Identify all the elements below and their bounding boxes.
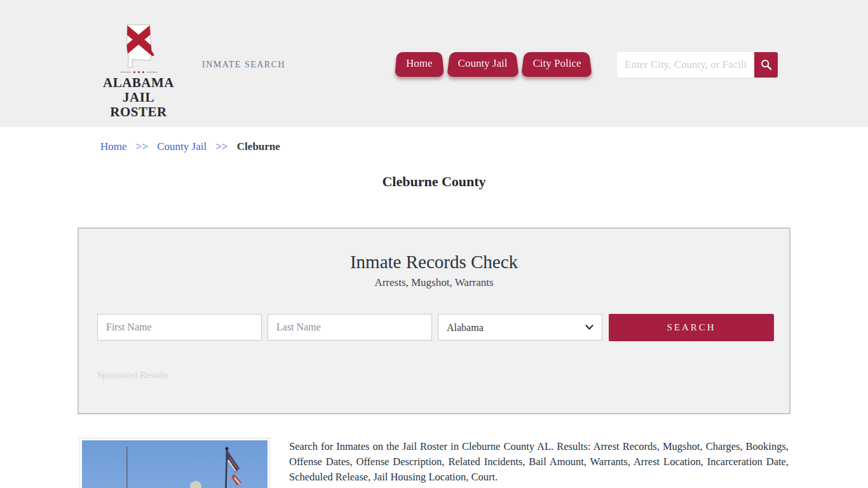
page: ALABAMA JAIL ROSTER INMATE SEARCH Home C…	[0, 0, 868, 488]
nav-county-jail-button[interactable]: County Jail	[447, 50, 519, 77]
nav-home-label: Home	[406, 57, 433, 69]
header-search-button[interactable]	[754, 52, 778, 78]
search-button[interactable]: SEARCH	[609, 314, 774, 341]
alabama-state-icon	[121, 24, 156, 70]
header-search	[617, 52, 778, 78]
state-select[interactable]: Alabama	[438, 314, 602, 341]
flag-sky-photo	[82, 440, 268, 488]
page-title: Cleburne County	[0, 173, 868, 190]
county-photo	[79, 438, 270, 488]
inmate-search-form: Alabama SEARCH	[97, 314, 774, 341]
breadcrumb-county-jail-link[interactable]: County Jail	[157, 140, 207, 152]
site-header: ALABAMA JAIL ROSTER INMATE SEARCH Home C…	[0, 0, 868, 127]
inmate-records-box: Inmate Records Check Arrests, Mugshot, W…	[78, 227, 790, 414]
breadcrumb-home-link[interactable]: Home	[100, 140, 127, 152]
site-tagline: INMATE SEARCH	[202, 60, 285, 70]
first-name-input[interactable]	[97, 314, 262, 341]
logo-text-line1: ALABAMA	[95, 76, 182, 90]
main-nav: Home County Jail City Police	[395, 50, 593, 77]
last-name-input[interactable]	[268, 314, 432, 341]
breadcrumb: Home >> County Jail >> Cleburne	[100, 140, 280, 153]
nav-home-button[interactable]: Home	[395, 50, 444, 77]
logo-divider	[95, 71, 182, 73]
records-box-subtitle: Arrests, Mugshot, Warrants	[79, 276, 789, 289]
facility-search-input[interactable]	[617, 52, 754, 78]
breadcrumb-separator: >>	[136, 140, 148, 152]
search-icon	[760, 58, 773, 71]
nav-city-police-label: City Police	[532, 57, 581, 69]
sponsored-results-label: Sponsored Results	[97, 370, 168, 381]
logo-text-line2: JAIL ROSTER	[95, 90, 182, 119]
breadcrumb-current: Cleburne	[237, 140, 280, 152]
records-box-title: Inmate Records Check	[79, 252, 789, 273]
breadcrumb-separator: >>	[215, 140, 227, 152]
nav-county-jail-label: County Jail	[458, 57, 508, 69]
state-select-wrap: Alabama	[438, 314, 602, 341]
nav-city-police-button[interactable]: City Police	[521, 50, 592, 77]
site-logo[interactable]: ALABAMA JAIL ROSTER	[95, 24, 182, 119]
county-description: Search for Inmates on the Jail Roster in…	[289, 439, 789, 485]
